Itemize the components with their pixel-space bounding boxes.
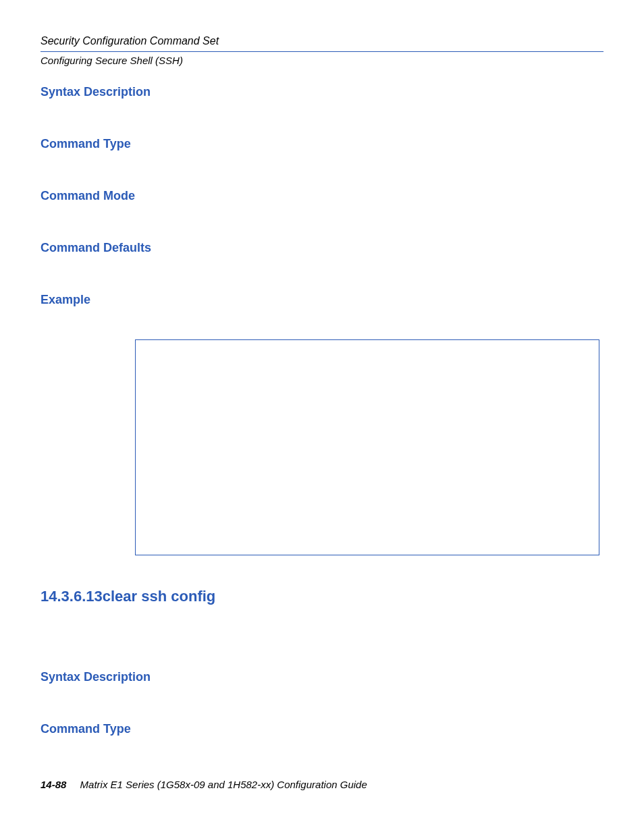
heading-command-type: Command Type — [41, 137, 603, 151]
header-rule — [41, 51, 603, 52]
heading-syntax-description-2: Syntax Description — [41, 670, 603, 684]
heading-syntax-description: Syntax Description — [41, 85, 603, 99]
document-title: Matrix E1 Series (1G58x-09 and 1H582-xx)… — [80, 779, 367, 790]
heading-command-defaults: Command Defaults — [41, 241, 603, 255]
heading-command-mode: Command Mode — [41, 189, 603, 203]
heading-example: Example — [41, 293, 603, 307]
document-page: Security Configuration Command Set Confi… — [0, 0, 644, 828]
command-title: 14.3.6.13clear ssh config — [41, 588, 603, 605]
header-section: Security Configuration Command Set — [41, 35, 603, 47]
page-number: 14-88 — [41, 779, 66, 790]
footer: 14-88 Matrix E1 Series (1G58x-09 and 1H5… — [41, 779, 367, 790]
header-subsection: Configuring Secure Shell (SSH) — [41, 55, 603, 66]
heading-command-type-2: Command Type — [41, 722, 603, 736]
example-box — [135, 339, 599, 555]
